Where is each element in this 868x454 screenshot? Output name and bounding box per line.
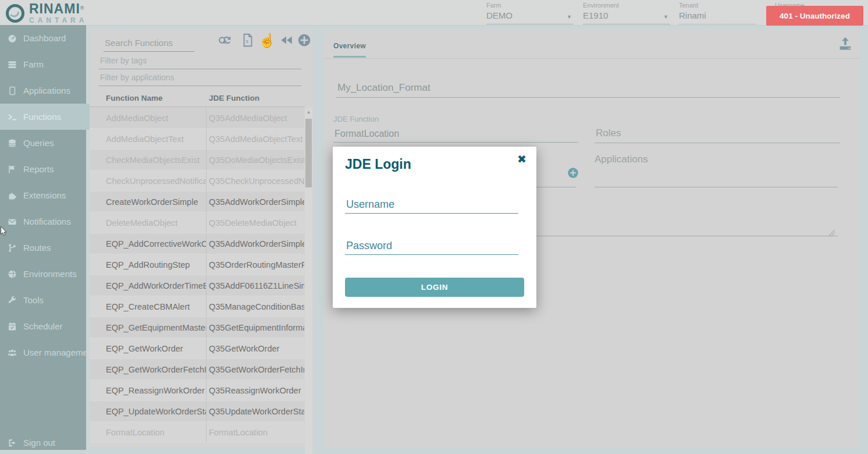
- search-input[interactable]: [104, 34, 194, 52]
- table-row[interactable]: EQP_GetWorkOrderFetchInfQ35GetWorkOrderF…: [90, 359, 304, 380]
- sidebar-item-label: Applications: [23, 86, 70, 95]
- sidebar-item-label: Sign out: [23, 438, 55, 448]
- table-row[interactable]: CheckMediaObjectsExistQ35DoMediaObjectsE…: [90, 150, 304, 171]
- cell-jde-function: Q35GetWorkOrder: [207, 338, 304, 359]
- sidebar-item-scheduler[interactable]: Scheduler: [0, 313, 86, 339]
- scrollbar-thumb[interactable]: [305, 119, 312, 187]
- cell-jde-function: Q35AddMediaObjectText: [207, 129, 304, 149]
- sidebar-item-queries[interactable]: Queries: [0, 130, 86, 156]
- sidebar-item-farm[interactable]: Farm: [0, 51, 86, 77]
- app: RINAMI® CANTARA Farm DEMO ▼ Environment …: [0, 0, 868, 454]
- environment-select[interactable]: Environment E1910 ▼: [583, 2, 670, 24]
- environment-label: Environment: [583, 2, 670, 9]
- sidebar-item-functions[interactable]: Functions: [0, 104, 90, 130]
- table-row[interactable]: AddMediaObjectQ35AddMediaObject: [90, 108, 304, 129]
- cell-jde-function: Q35AddWorkOrderSimple: [207, 233, 304, 254]
- sidebar-item-applications[interactable]: Applications: [0, 77, 86, 104]
- add-icon[interactable]: [296, 32, 312, 48]
- cell-jde-function: Q35GetWorkOrderFetchInfo: [207, 359, 304, 379]
- environments-icon: [8, 269, 17, 279]
- cell-function-name: CheckMediaObjectsExist: [90, 150, 207, 170]
- sidebar-item-environments[interactable]: Environments: [0, 261, 86, 287]
- cell-jde-function: Q35AddWorkOrderSimple: [207, 191, 304, 212]
- tenant-field[interactable]: Tenant: [679, 2, 756, 24]
- rinami-logo-icon: [5, 3, 26, 24]
- close-icon[interactable]: ✖: [517, 154, 527, 165]
- table-row[interactable]: EQP_AddCorrectiveWorkOrdQ35AddWorkOrderS…: [90, 233, 304, 254]
- scroll-up-icon[interactable]: ▲: [305, 109, 312, 115]
- brand-logo: RINAMI® CANTARA: [5, 2, 87, 24]
- roles-input[interactable]: [595, 124, 840, 143]
- function-table-body: AddMediaObjectQ35AddMediaObjectAddMediaO…: [90, 108, 304, 443]
- sidebar-item-user-management[interactable]: User management: [0, 339, 86, 366]
- cell-jde-function: Q35DoMediaObjectsExistFo: [207, 150, 304, 170]
- cell-jde-function: Q35AddMediaObject: [207, 108, 304, 128]
- sidebar-item-dashboard[interactable]: Dashboard: [0, 25, 86, 51]
- cell-function-name: EQP_AddRoutingStep: [90, 254, 207, 275]
- cell-function-name: EQP_GetWorkOrderFetchInf: [90, 359, 207, 379]
- table-row[interactable]: AddMediaObjectTextQ35AddMediaObjectText: [90, 129, 304, 150]
- table-row[interactable]: CreateWorkOrderSimpleQ35AddWorkOrderSimp…: [90, 191, 304, 212]
- table-row[interactable]: EQP_CreateCBMAlertQ35ManageConditionBase…: [90, 296, 304, 317]
- sidebar-item-label: Scheduler: [23, 321, 63, 331]
- jde-function-input[interactable]: [333, 126, 578, 143]
- sidebar-item-label: Functions: [23, 112, 61, 122]
- sidebar-item-extensions[interactable]: Extensions: [0, 182, 86, 208]
- sidebar-item-notifications[interactable]: Notifications: [0, 208, 86, 235]
- rewind-icon[interactable]: [279, 32, 295, 48]
- jde-function-label: JDE Function: [333, 115, 379, 123]
- table-row[interactable]: EQP_AddRoutingStepQ35OrderRoutingMasterF…: [90, 254, 304, 275]
- sidebar-item-reports[interactable]: Reports: [0, 156, 86, 182]
- sidebar-item-label: Notifications: [23, 217, 71, 226]
- tenant-label: Tenant: [679, 2, 756, 9]
- cell-jde-function: FormatLocation: [207, 422, 304, 442]
- sidebar-item-label: Farm: [23, 59, 44, 69]
- dashboard-icon: [8, 34, 17, 43]
- login-username-input[interactable]: [345, 196, 518, 214]
- table-row[interactable]: DeleteMediaObjectQ35DeleteMediaObject: [90, 212, 304, 233]
- sidebar-nav: DashboardFarmApplicationsFunctionsQuerie…: [0, 25, 86, 366]
- applications-field[interactable]: Applications: [595, 154, 838, 187]
- cell-function-name: CheckUnprocessedNotificati: [90, 171, 207, 191]
- sidebar-item-label: Environments: [23, 269, 77, 279]
- tab-overview[interactable]: Overview: [333, 42, 366, 50]
- table-row[interactable]: EQP_ReassignWorkOrderQ35ReassignWorkOrde…: [90, 380, 304, 401]
- login-password-input[interactable]: [345, 237, 518, 255]
- farm-select[interactable]: Farm DEMO ▼: [486, 2, 574, 24]
- table-row[interactable]: EQP_GetEquipmentMasterQ35GetEquipmentInf…: [90, 317, 304, 338]
- sidebar-item-routes[interactable]: Routes: [0, 235, 86, 261]
- farm-label: Farm: [486, 2, 574, 9]
- sidebar-item-label: Queries: [23, 138, 54, 148]
- login-button[interactable]: LOGIN: [345, 278, 524, 297]
- table-row[interactable]: FormatLocationFormatLocation: [90, 422, 304, 443]
- cell-jde-function: Q35ReassignWorkOrder: [207, 380, 304, 400]
- filter-applications-input[interactable]: [99, 69, 301, 86]
- cell-function-name: EQP_AddCorrectiveWorkOrd: [90, 233, 207, 254]
- top-header: RINAMI® CANTARA Farm DEMO ▼ Environment …: [0, 0, 868, 26]
- routes-icon: [8, 243, 17, 253]
- table-row[interactable]: CheckUnprocessedNotificatiQ35CheckUnproc…: [90, 171, 304, 191]
- add-role-icon[interactable]: [567, 166, 579, 179]
- export-excel-icon[interactable]: x: [240, 32, 256, 48]
- cell-jde-function: Q35ManageConditionBased: [207, 296, 304, 317]
- table-row[interactable]: EQP_GetWorkOrderQ35GetWorkOrder: [90, 338, 304, 359]
- resize-grip-icon[interactable]: [828, 228, 835, 235]
- tab-indicator: [333, 56, 366, 58]
- table-row[interactable]: EQP_AddWorkOrderTimeEntQ35AddF06116Z1Lin…: [90, 275, 304, 296]
- cell-function-name: EQP_GetEquipmentMaster: [90, 317, 207, 338]
- hand-icon[interactable]: ☝: [259, 32, 275, 48]
- cell-jde-function: Q35AddF06116Z1LineSimp: [207, 275, 304, 296]
- sidebar-item-tools[interactable]: Tools: [0, 287, 86, 313]
- sidebar-item-sign-out[interactable]: Sign out: [0, 430, 86, 454]
- sync-icon[interactable]: [217, 32, 233, 48]
- function-name-input[interactable]: [336, 79, 840, 98]
- tools-icon: [8, 296, 17, 305]
- signout-icon: [8, 438, 17, 448]
- filter-tags-input[interactable]: [99, 52, 301, 69]
- chevron-down-icon: ▼: [567, 14, 572, 20]
- publish-icon[interactable]: [837, 34, 853, 53]
- brand-subname: CANTARA: [29, 17, 87, 24]
- table-scrollbar[interactable]: ▲ ▼: [305, 108, 312, 454]
- tenant-input[interactable]: [679, 10, 756, 20]
- table-row[interactable]: EQP_UpdateWorkOrderStatQ35UpdateWorkOrde…: [90, 401, 304, 422]
